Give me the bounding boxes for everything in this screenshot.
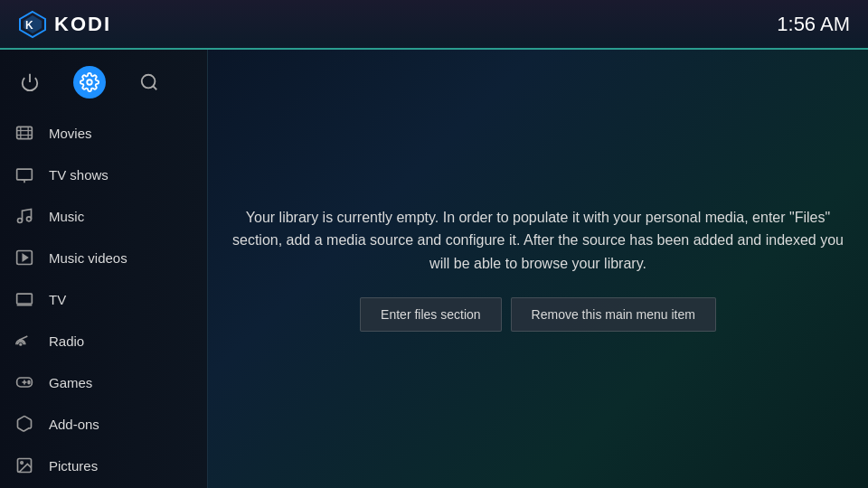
sidebar-label-movies: Movies (49, 126, 92, 141)
sidebar-label-radio: Radio (49, 333, 84, 349)
sidebar-label-tv-shows: TV shows (49, 167, 108, 183)
top-bar: K KODI 1:56 AM (0, 0, 868, 50)
sidebar-item-music-videos[interactable]: Music videos (0, 237, 207, 278)
power-button[interactable] (14, 66, 46, 99)
tv-shows-icon (14, 164, 35, 185)
remove-menu-item-button[interactable]: Remove this main menu item (511, 297, 716, 332)
sidebar-nav: Movies TV shows (0, 112, 207, 488)
sidebar-item-tv-shows[interactable]: TV shows (0, 154, 207, 195)
sidebar-label-music-videos: Music videos (49, 250, 127, 266)
svg-point-4 (87, 80, 92, 85)
svg-line-6 (153, 86, 156, 89)
music-icon (14, 205, 35, 227)
kodi-logo: K KODI (18, 10, 111, 39)
svg-rect-7 (17, 127, 33, 138)
action-buttons: Enter files section Remove this main men… (231, 297, 845, 332)
clock: 1:56 AM (777, 13, 850, 36)
svg-rect-12 (17, 169, 33, 180)
app-title: KODI (54, 13, 111, 36)
settings-button[interactable] (73, 66, 106, 99)
sidebar-item-radio[interactable]: Radio (0, 320, 207, 361)
svg-point-15 (18, 219, 23, 223)
empty-library-panel: Your library is currently empty. In orde… (231, 206, 845, 333)
sidebar-item-music[interactable]: Music (0, 195, 207, 237)
svg-point-5 (142, 75, 156, 89)
svg-point-27 (28, 382, 30, 384)
sidebar-label-add-ons: Add-ons (49, 417, 99, 432)
svg-point-21 (20, 343, 22, 345)
svg-point-29 (21, 462, 23, 464)
games-icon (14, 371, 35, 393)
music-videos-icon (14, 247, 35, 268)
svg-marker-18 (23, 255, 27, 261)
main-layout: Movies TV shows (0, 50, 868, 488)
svg-text:K: K (25, 19, 33, 32)
sidebar-item-pictures[interactable]: Pictures (0, 445, 207, 486)
svg-point-16 (27, 217, 32, 221)
sidebar-label-games: Games (49, 375, 92, 390)
sidebar-label-pictures: Pictures (49, 458, 98, 474)
sidebar-item-movies[interactable]: Movies (0, 112, 207, 154)
empty-library-message: Your library is currently empty. In orde… (231, 206, 845, 276)
movies-icon (14, 122, 35, 144)
sidebar-item-games[interactable]: Games (0, 361, 207, 403)
svg-rect-19 (17, 294, 33, 304)
tv-icon (14, 288, 35, 310)
top-bar-left: K KODI (18, 10, 111, 39)
kodi-logo-icon: K (18, 10, 47, 39)
svg-line-22 (19, 336, 27, 340)
radio-icon (14, 330, 35, 352)
content-area: Your library is currently empty. In orde… (208, 50, 868, 488)
search-button[interactable] (133, 66, 165, 99)
sidebar-item-tv[interactable]: TV (0, 278, 207, 320)
sidebar-item-add-ons[interactable]: Add-ons (0, 403, 207, 445)
sidebar: Movies TV shows (0, 50, 208, 488)
sidebar-top-icons (0, 59, 207, 112)
add-ons-icon (14, 413, 35, 435)
sidebar-label-tv: TV (49, 292, 66, 307)
pictures-icon (14, 455, 35, 476)
enter-files-button[interactable]: Enter files section (360, 297, 502, 332)
sidebar-label-music: Music (49, 209, 84, 224)
